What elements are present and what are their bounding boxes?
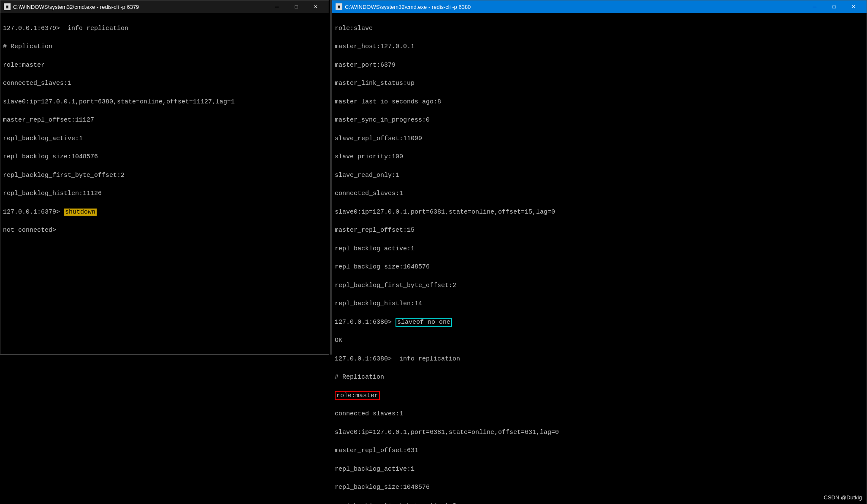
rt-line-11: slave0:ip=127.0.0.1,port=6381,state=onli…: [335, 208, 864, 217]
left-cmd-icon: ▣: [4, 3, 11, 10]
rt-line-22: connected_slaves:1: [335, 409, 864, 419]
rt-line-24: master_repl_offset:631: [335, 446, 864, 455]
rt-line-23: slave0:ip=127.0.0.1,port=6381,state=onli…: [335, 428, 864, 437]
watermark: CSDN @Dutkig: [824, 494, 862, 501]
left-line-9: repl_backlog_first_byte_offset:2: [3, 171, 326, 180]
left-terminal-body[interactable]: 127.0.0.1:6379> info replication # Repli…: [0, 13, 329, 354]
left-minimize-btn[interactable]: ─: [267, 0, 287, 13]
rt-line-14: repl_backlog_size:1048576: [335, 263, 864, 272]
left-line-8: repl_backlog_size:1048576: [3, 152, 326, 162]
rt-line-26: repl_backlog_size:1048576: [335, 483, 864, 492]
left-line-4: connected_slaves:1: [3, 79, 326, 88]
right-top-window-title: C:\WINDOWS\system32\cmd.exe - redis-cli …: [345, 4, 805, 10]
rt-line-15: repl_backlog_first_byte_offset:2: [335, 281, 864, 290]
left-line-10: repl_backlog_histlen:11126: [3, 189, 326, 198]
left-line-2: # Replication: [3, 42, 326, 51]
rt-line-10: connected_slaves:1: [335, 189, 864, 198]
rt-line-1: role:slave: [335, 24, 864, 33]
right-top-titlebar: ▣ C:\WINDOWS\system32\cmd.exe - redis-cl…: [332, 0, 867, 13]
rt-line-27: repl_backlog_first_byte_offset:2: [335, 501, 864, 504]
right-top-cmd-icon: ▣: [336, 3, 342, 10]
left-maximize-btn[interactable]: □: [287, 0, 306, 13]
right-top-terminal-window: ▣ C:\WINDOWS\system32\cmd.exe - redis-cl…: [332, 0, 867, 504]
rt-line-19: 127.0.0.1:6380> info replication: [335, 355, 864, 364]
left-line-7: repl_backlog_active:1: [3, 134, 326, 144]
right-top-minimize-btn[interactable]: ─: [805, 0, 824, 13]
rt-line-25: repl_backlog_active:1: [335, 465, 864, 474]
left-window-title: C:\WINDOWS\system32\cmd.exe - redis-cli …: [13, 4, 267, 10]
rt-line-16: repl_backlog_histlen:14: [335, 299, 864, 309]
left-close-btn[interactable]: ✕: [306, 0, 325, 13]
rt-line-7: slave_repl_offset:11099: [335, 134, 864, 144]
right-top-maximize-btn[interactable]: □: [824, 0, 844, 13]
left-line-5: slave0:ip=127.0.0.1,port=6380,state=onli…: [3, 98, 326, 107]
left-line-11: 127.0.0.1:6379> shutdown: [3, 208, 326, 217]
rt-line-9: slave_read_only:1: [335, 171, 864, 180]
role-master-highlight: role:master: [335, 391, 380, 400]
rt-line-20: # Replication: [335, 373, 864, 382]
rt-line-17: 127.0.0.1:6380> slaveof no one: [335, 318, 864, 327]
left-line-12: not connected>: [3, 226, 326, 235]
rt-line-2: master_host:127.0.0.1: [335, 42, 864, 51]
shutdown-highlight: shutdown: [64, 209, 97, 216]
right-top-close-btn[interactable]: ✕: [844, 0, 863, 13]
left-titlebar: ▣ C:\WINDOWS\system32\cmd.exe - redis-cl…: [0, 0, 329, 13]
rt-line-6: master_sync_in_progress:0: [335, 116, 864, 125]
right-top-terminal-body[interactable]: role:slave master_host:127.0.0.1 master_…: [332, 13, 867, 504]
left-win-controls: ─ □ ✕: [267, 0, 325, 13]
rt-line-12: master_repl_offset:15: [335, 226, 864, 235]
left-line-6: master_repl_offset:11127: [3, 116, 326, 125]
rt-line-13: repl_backlog_active:1: [335, 244, 864, 254]
rt-line-3: master_port:6379: [335, 61, 864, 70]
left-line-1: 127.0.0.1:6379> info replication: [3, 24, 326, 33]
right-windows-container: ▣ C:\WINDOWS\system32\cmd.exe - redis-cl…: [332, 0, 867, 504]
slaveof-highlight: slaveof no one: [396, 318, 452, 327]
rt-line-8: slave_priority:100: [335, 152, 864, 162]
rt-line-5: master_last_io_seconds_ago:8: [335, 98, 864, 107]
rt-line-4: master_link_status:up: [335, 79, 864, 88]
right-top-win-controls: ─ □ ✕: [805, 0, 863, 13]
rt-line-21: role:master: [335, 391, 864, 401]
left-line-3: role:master: [3, 61, 326, 70]
left-terminal-window: ▣ C:\WINDOWS\system32\cmd.exe - redis-cl…: [0, 0, 329, 355]
rt-line-18: OK: [335, 336, 864, 345]
